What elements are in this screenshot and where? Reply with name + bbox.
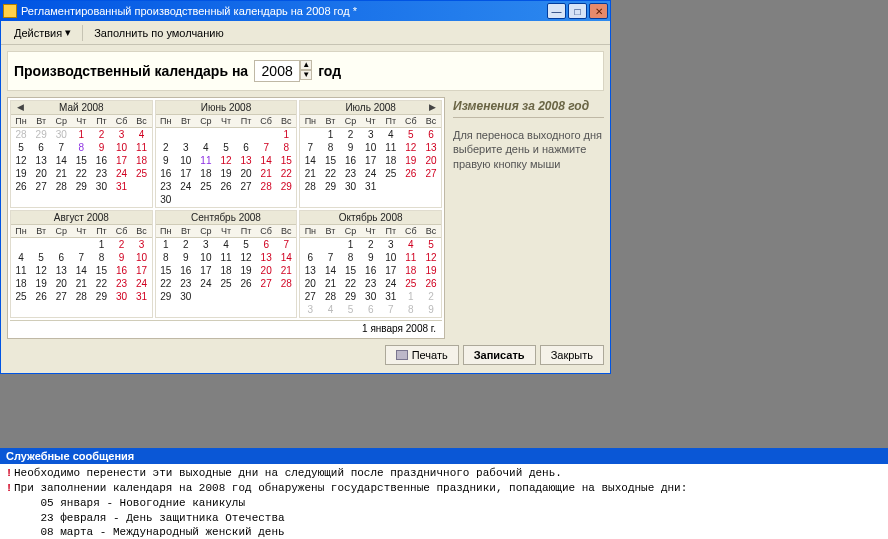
day-cell[interactable]: 24: [381, 277, 401, 290]
day-cell[interactable]: 28: [51, 180, 71, 193]
actions-menu-button[interactable]: Действия ▾: [7, 23, 78, 42]
day-cell[interactable]: 23: [91, 167, 111, 180]
day-cell[interactable]: 23: [176, 277, 196, 290]
day-cell[interactable]: 29: [31, 128, 51, 141]
day-cell[interactable]: 9: [421, 303, 441, 316]
day-cell[interactable]: 3: [132, 238, 152, 251]
year-spin-down[interactable]: ▼: [300, 70, 312, 80]
day-cell[interactable]: 10: [196, 251, 216, 264]
day-cell[interactable]: 30: [91, 180, 111, 193]
day-cell[interactable]: 20: [256, 264, 276, 277]
day-cell[interactable]: 29: [91, 290, 111, 303]
day-cell[interactable]: 13: [300, 264, 320, 277]
day-cell[interactable]: 19: [236, 264, 256, 277]
day-cell[interactable]: 25: [381, 167, 401, 180]
day-cell[interactable]: 15: [341, 264, 361, 277]
day-cell[interactable]: 13: [256, 251, 276, 264]
day-cell[interactable]: 31: [132, 290, 152, 303]
day-cell[interactable]: 28: [320, 290, 340, 303]
day-cell[interactable]: 23: [361, 277, 381, 290]
minimize-button[interactable]: —: [547, 3, 566, 19]
day-cell[interactable]: 18: [216, 264, 236, 277]
day-cell[interactable]: 5: [11, 141, 31, 154]
day-cell[interactable]: 30: [111, 290, 131, 303]
day-cell[interactable]: 9: [176, 251, 196, 264]
day-cell[interactable]: 16: [341, 154, 361, 167]
day-cell[interactable]: 24: [196, 277, 216, 290]
day-cell[interactable]: 19: [216, 167, 236, 180]
day-cell[interactable]: 10: [176, 154, 196, 167]
day-cell[interactable]: 29: [156, 290, 176, 303]
day-cell[interactable]: 2: [176, 238, 196, 251]
day-cell[interactable]: 17: [361, 154, 381, 167]
day-cell[interactable]: 2: [361, 238, 381, 251]
day-cell[interactable]: 16: [176, 264, 196, 277]
day-cell[interactable]: 3: [196, 238, 216, 251]
day-cell[interactable]: 2: [111, 238, 131, 251]
day-cell[interactable]: 26: [11, 180, 31, 193]
day-cell[interactable]: 15: [71, 154, 91, 167]
day-cell[interactable]: 6: [300, 251, 320, 264]
day-cell[interactable]: 14: [320, 264, 340, 277]
day-cell[interactable]: 28: [256, 180, 276, 193]
day-cell[interactable]: 31: [361, 180, 381, 193]
day-cell[interactable]: 26: [421, 277, 441, 290]
day-cell[interactable]: 8: [156, 251, 176, 264]
day-cell[interactable]: 2: [341, 128, 361, 141]
day-cell[interactable]: 4: [381, 128, 401, 141]
day-cell[interactable]: 22: [71, 167, 91, 180]
year-input[interactable]: 2008: [254, 60, 300, 82]
day-cell[interactable]: 27: [31, 180, 51, 193]
day-cell[interactable]: 8: [276, 141, 296, 154]
day-cell[interactable]: 19: [401, 154, 421, 167]
day-cell[interactable]: 19: [421, 264, 441, 277]
day-cell[interactable]: 10: [361, 141, 381, 154]
day-cell[interactable]: 19: [31, 277, 51, 290]
day-cell[interactable]: 1: [320, 128, 340, 141]
day-cell[interactable]: 5: [236, 238, 256, 251]
day-cell[interactable]: 8: [341, 251, 361, 264]
save-button[interactable]: Записать: [463, 345, 536, 365]
day-cell[interactable]: 5: [401, 128, 421, 141]
day-cell[interactable]: 5: [421, 238, 441, 251]
day-cell[interactable]: 15: [156, 264, 176, 277]
day-cell[interactable]: 30: [51, 128, 71, 141]
day-cell[interactable]: 18: [11, 277, 31, 290]
day-cell[interactable]: 21: [300, 167, 320, 180]
fill-default-button[interactable]: Заполнить по умолчанию: [87, 24, 231, 42]
day-cell[interactable]: 17: [196, 264, 216, 277]
day-cell[interactable]: 14: [256, 154, 276, 167]
prev-months-button[interactable]: ◀: [14, 102, 26, 112]
day-cell[interactable]: 31: [111, 180, 131, 193]
print-button[interactable]: Печать: [385, 345, 459, 365]
day-cell[interactable]: 9: [361, 251, 381, 264]
day-cell[interactable]: 21: [320, 277, 340, 290]
day-cell[interactable]: 27: [300, 290, 320, 303]
day-cell[interactable]: 1: [341, 238, 361, 251]
day-cell[interactable]: 21: [256, 167, 276, 180]
day-cell[interactable]: 2: [91, 128, 111, 141]
day-cell[interactable]: 3: [176, 141, 196, 154]
day-cell[interactable]: 18: [196, 167, 216, 180]
day-cell[interactable]: 18: [401, 264, 421, 277]
day-cell[interactable]: 15: [91, 264, 111, 277]
day-cell[interactable]: 12: [31, 264, 51, 277]
day-cell[interactable]: 13: [421, 141, 441, 154]
day-cell[interactable]: 23: [341, 167, 361, 180]
day-cell[interactable]: 22: [91, 277, 111, 290]
day-cell[interactable]: 29: [71, 180, 91, 193]
day-cell[interactable]: 11: [401, 251, 421, 264]
day-cell[interactable]: 6: [236, 141, 256, 154]
day-cell[interactable]: 13: [236, 154, 256, 167]
day-cell[interactable]: 3: [361, 128, 381, 141]
day-cell[interactable]: 1: [276, 128, 296, 141]
day-cell[interactable]: 12: [401, 141, 421, 154]
day-cell[interactable]: 17: [111, 154, 131, 167]
day-cell[interactable]: 8: [320, 141, 340, 154]
day-cell[interactable]: 10: [381, 251, 401, 264]
day-cell[interactable]: 31: [381, 290, 401, 303]
day-cell[interactable]: 26: [236, 277, 256, 290]
day-cell[interactable]: 14: [300, 154, 320, 167]
day-cell[interactable]: 24: [132, 277, 152, 290]
day-cell[interactable]: 8: [91, 251, 111, 264]
